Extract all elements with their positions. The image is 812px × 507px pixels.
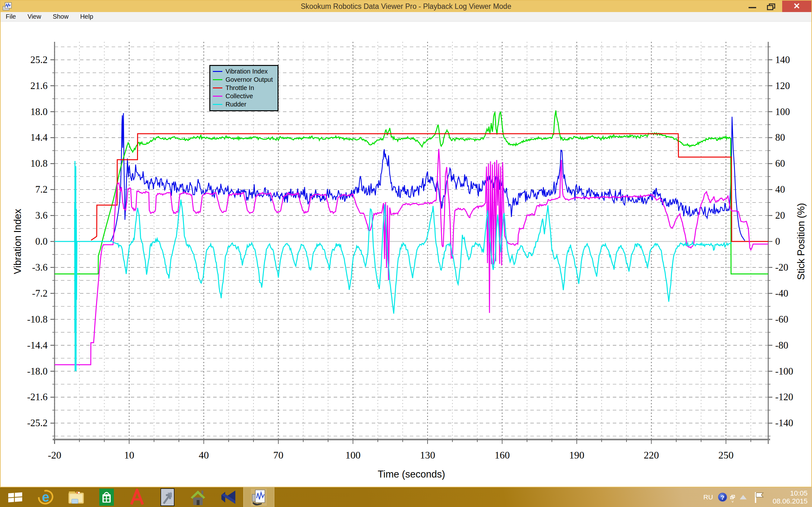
svg-text:70: 70 <box>273 449 284 461</box>
legend-item: Collective <box>213 92 275 100</box>
legend-swatch <box>213 79 222 80</box>
close-icon: ✕ <box>782 1 811 12</box>
svg-text:-18.0: -18.0 <box>27 366 48 377</box>
menu-file[interactable]: File <box>1 12 21 21</box>
legend-label: Rudder <box>225 101 247 108</box>
svg-text:14.4: 14.4 <box>31 132 48 143</box>
svg-text:20: 20 <box>775 210 785 221</box>
svg-text:140: 140 <box>775 54 790 65</box>
legend-label: Throttle In <box>225 84 254 92</box>
svg-text:-20: -20 <box>775 262 788 273</box>
svg-text:0.0: 0.0 <box>35 236 48 247</box>
svg-text:3.6: 3.6 <box>35 210 48 221</box>
legend-item: Vibration Index <box>213 67 275 75</box>
left-axis-title: Vibration Index <box>12 209 23 274</box>
svg-text:100: 100 <box>345 449 361 461</box>
svg-text:-120: -120 <box>775 391 793 402</box>
svg-text:-20: -20 <box>48 449 61 461</box>
window-title: Skookum Robotics Data Viewer Pro - Playb… <box>1 1 811 12</box>
app-window: Skookum Robotics Data Viewer Pro - Playb… <box>0 0 812 487</box>
svg-text:7.2: 7.2 <box>35 184 48 195</box>
svg-text:10.8: 10.8 <box>31 158 48 169</box>
svg-text:25.2: 25.2 <box>31 54 48 65</box>
taskbar-red-a-app[interactable] <box>122 487 152 507</box>
svg-text:220: 220 <box>644 449 659 461</box>
file-explorer-icon <box>68 490 84 505</box>
menu-view[interactable]: View <box>22 12 46 21</box>
svg-text:-3.6: -3.6 <box>32 262 48 273</box>
svg-text:-100: -100 <box>775 366 793 377</box>
svg-text:130: 130 <box>420 449 435 461</box>
title-bar[interactable]: Skookum Robotics Data Viewer Pro - Playb… <box>1 1 811 12</box>
tray-date: 08.06.2015 <box>773 497 808 505</box>
clock[interactable]: 10:05 08.06.2015 <box>773 489 808 505</box>
svg-text:0: 0 <box>775 236 780 247</box>
menu-show[interactable]: Show <box>48 12 73 21</box>
svg-text:-10.8: -10.8 <box>27 314 48 325</box>
legend-swatch <box>213 71 222 72</box>
svg-text:100: 100 <box>775 106 790 117</box>
arrow-app-icon <box>160 488 174 506</box>
legend-label: Vibration Index <box>225 68 268 75</box>
svg-text:-7.2: -7.2 <box>32 288 48 299</box>
menu-help[interactable]: Help <box>75 12 98 21</box>
taskbar-arrow-app[interactable] <box>152 487 183 507</box>
legend-swatch <box>213 88 222 89</box>
store-icon <box>99 489 114 506</box>
legend-item: Governor Output <box>213 75 275 83</box>
help-tray-icon[interactable]: ? <box>718 493 727 502</box>
svg-text:21.6: 21.6 <box>31 80 48 91</box>
home-icon <box>189 489 206 506</box>
svg-text:80: 80 <box>775 132 785 143</box>
legend-item: Rudder <box>213 100 275 108</box>
svg-text:e: e <box>42 490 49 504</box>
show-hidden-icons[interactable] <box>740 495 747 499</box>
tray-time: 10:05 <box>773 489 808 497</box>
plot-client-area: 25.221.618.014.410.87.23.60.0-3.6-7.2-10… <box>1 22 811 487</box>
svg-text:40: 40 <box>199 449 209 461</box>
visual-studio-icon <box>220 490 237 504</box>
svg-text:-80: -80 <box>775 340 788 351</box>
right-axis-title: Stick Position (%) <box>796 203 807 280</box>
restore-button[interactable] <box>763 1 781 12</box>
legend-swatch <box>213 104 222 105</box>
taskbar-file-explorer[interactable] <box>61 487 91 507</box>
svg-text:-40: -40 <box>775 288 788 299</box>
svg-text:60: 60 <box>775 158 785 169</box>
red-a-icon <box>130 489 145 506</box>
taskbar-store[interactable] <box>91 487 122 507</box>
svg-text:250: 250 <box>718 449 734 461</box>
skookum-viewer-icon <box>251 489 267 506</box>
windows-logo-icon <box>8 492 22 503</box>
window-tray-icon[interactable]: ˅ <box>730 495 735 499</box>
legend-item: Throttle In <box>213 83 275 92</box>
svg-text:190: 190 <box>569 449 584 461</box>
taskbar: e <box>0 487 812 507</box>
svg-text:-14.4: -14.4 <box>27 340 48 351</box>
action-center-flag-icon[interactable] <box>754 491 764 504</box>
taskbar-internet-explorer[interactable]: e <box>31 487 61 507</box>
language-indicator[interactable]: RU <box>704 493 713 501</box>
svg-text:-25.2: -25.2 <box>27 417 48 429</box>
start-button[interactable] <box>0 487 31 507</box>
series-rudder <box>55 161 732 371</box>
svg-text:-21.6: -21.6 <box>27 391 48 402</box>
close-button[interactable]: ✕ <box>782 1 811 12</box>
legend-label: Collective <box>225 93 253 100</box>
x-axis-title: Time (seconds) <box>378 469 445 480</box>
taskbar-visual-studio[interactable] <box>213 487 244 507</box>
svg-text:120: 120 <box>775 80 790 91</box>
series-vibration-index <box>110 113 745 241</box>
svg-text:10: 10 <box>124 449 134 461</box>
menu-bar: File View Show Help <box>1 12 811 21</box>
taskbar-home-app[interactable] <box>183 487 213 507</box>
chart-legend: Vibration IndexGovernor OutputThrottle I… <box>209 65 278 111</box>
svg-text:-60: -60 <box>775 314 788 325</box>
internet-explorer-icon: e <box>38 489 54 505</box>
chart: 25.221.618.014.410.87.23.60.0-3.6-7.2-10… <box>1 22 811 487</box>
minimize-button[interactable] <box>744 1 761 12</box>
svg-text:160: 160 <box>495 449 510 461</box>
legend-label: Governor Output <box>225 76 273 83</box>
taskbar-skookum-viewer[interactable] <box>244 487 274 507</box>
svg-text:40: 40 <box>775 184 785 195</box>
